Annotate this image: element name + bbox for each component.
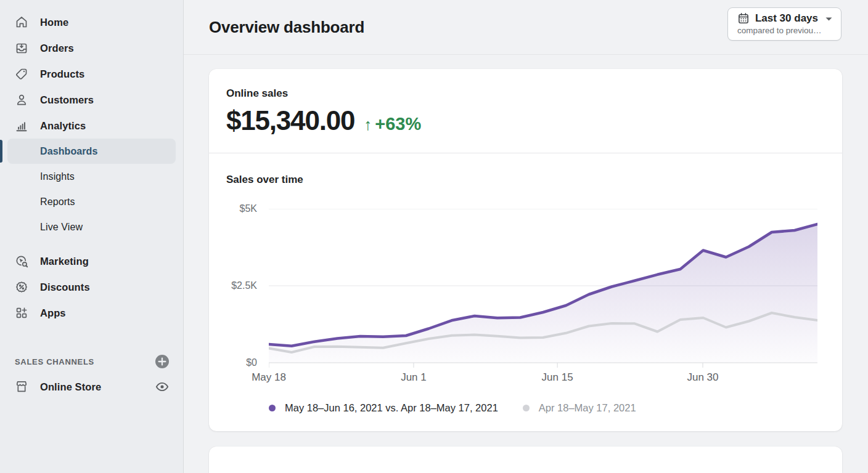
date-range-compare-label: compared to previou… — [737, 26, 832, 35]
sidebar-item-label: Live View — [40, 222, 83, 233]
chart-plot: May 18 Jun 1 Jun 15 Jun 30 — [269, 209, 817, 387]
arrow-up-icon: ↑ — [364, 115, 372, 134]
metric-change: ↑ +63% — [364, 114, 421, 134]
sidebar-item-online-store[interactable]: Online Store — [15, 374, 170, 400]
metric-title: Online sales — [226, 87, 825, 100]
legend-label: May 18–Jun 16, 2021 vs. Apr 18–May 17, 2… — [285, 402, 498, 414]
metric-value: $15,340.00 — [226, 105, 354, 136]
sidebar-item-label: Online Store — [40, 381, 143, 393]
next-card-partial — [209, 447, 842, 473]
chevron-down-icon — [825, 17, 832, 21]
tag-icon — [15, 67, 28, 81]
legend-item-current: May 18–Jun 16, 2021 vs. Apr 18–May 17, 2… — [269, 402, 498, 414]
sales-chart — [269, 209, 817, 368]
view-online-store-button[interactable] — [155, 379, 170, 394]
marketing-icon — [15, 254, 28, 268]
sales-channels-header: SALES CHANNELS — [15, 354, 170, 369]
y-axis: $5K $2.5K $0 — [226, 209, 269, 363]
sidebar-item-label: Dashboards — [40, 146, 97, 157]
x-axis-label: Jun 1 — [401, 371, 427, 384]
sales-channels-title: SALES CHANNELS — [15, 357, 94, 366]
app-window: Home Orders Products — [0, 0, 868, 473]
page-title: Overview dashboard — [209, 18, 364, 37]
legend-dot — [523, 405, 530, 411]
sidebar-item-home[interactable]: Home — [7, 9, 176, 35]
sidebar-item-apps[interactable]: Apps — [7, 300, 176, 326]
legend-dot — [269, 405, 276, 411]
orders-icon — [15, 41, 28, 55]
sidebar-item-discounts[interactable]: Discounts — [7, 274, 176, 300]
chart-title: Sales over time — [226, 174, 817, 186]
eye-icon — [155, 379, 170, 394]
main-area: Overview dashboard Last 30 days c — [184, 0, 868, 473]
sidebar-item-insights[interactable]: Insights — [7, 164, 176, 189]
plus-circle-icon — [155, 354, 170, 369]
analytics-icon — [15, 119, 28, 132]
dashboard-content: Online sales $15,340.00 ↑ +63% Sales ove… — [184, 55, 868, 473]
sidebar-item-label: Insights — [40, 171, 75, 182]
sidebar-item-analytics[interactable]: Analytics — [7, 113, 176, 139]
legend-label: Apr 18–May 17, 2021 — [539, 402, 636, 414]
y-axis-label: $5K — [240, 203, 257, 214]
storefront-icon — [15, 380, 28, 394]
discounts-icon — [15, 280, 28, 294]
sidebar-item-label: Products — [40, 68, 84, 80]
date-range-picker[interactable]: Last 30 days compared to previou… — [727, 7, 841, 41]
chart-wrapper: $5K $2.5K $0 May 18 Jun 1 Jun 15 Jun 30 — [226, 209, 817, 387]
sidebar-item-label: Orders — [40, 42, 74, 54]
legend-item-previous: Apr 18–May 17, 2021 — [523, 402, 636, 414]
sidebar-item-label: Apps — [40, 307, 66, 319]
metric-change-percent: +63% — [375, 114, 421, 134]
sidebar-item-label: Customers — [40, 94, 94, 106]
date-range-label: Last 30 days — [755, 12, 818, 25]
sidebar-item-reports[interactable]: Reports — [7, 189, 176, 214]
sidebar-item-label: Analytics — [40, 120, 86, 132]
x-axis-label: May 18 — [252, 371, 286, 384]
online-sales-card: Online sales $15,340.00 ↑ +63% Sales ove… — [209, 69, 842, 431]
sidebar: Home Orders Products — [0, 0, 184, 473]
sidebar-item-live-view[interactable]: Live View — [7, 214, 176, 240]
sidebar-item-label: Home — [40, 17, 68, 28]
sales-over-time-section: Sales over time $5K $2.5K $0 May 18 Jun … — [209, 153, 842, 431]
chart-legend: May 18–Jun 16, 2021 vs. Apr 18–May 17, 2… — [269, 402, 817, 414]
home-icon — [15, 15, 28, 29]
sidebar-item-orders[interactable]: Orders — [7, 35, 176, 61]
sidebar-gap — [0, 240, 183, 248]
sidebar-item-products[interactable]: Products — [7, 61, 176, 87]
x-axis-label: Jun 15 — [542, 371, 573, 384]
online-sales-section: Online sales $15,340.00 ↑ +63% — [209, 69, 842, 153]
sidebar-item-label: Marketing — [40, 256, 89, 267]
y-axis-label: $2.5K — [231, 280, 257, 291]
sidebar-item-marketing[interactable]: Marketing — [7, 248, 176, 274]
customers-icon — [15, 93, 28, 107]
sidebar-item-label: Discounts — [40, 281, 90, 293]
sidebar-item-label: Reports — [40, 196, 75, 208]
metric-value-row: $15,340.00 ↑ +63% — [226, 105, 825, 136]
x-axis-label: Jun 30 — [687, 371, 718, 384]
y-axis-label: $0 — [246, 357, 257, 368]
sidebar-item-customers[interactable]: Customers — [7, 87, 176, 113]
apps-icon — [15, 306, 28, 320]
x-axis: May 18 Jun 1 Jun 15 Jun 30 — [269, 371, 817, 387]
calendar-icon — [737, 12, 750, 25]
sidebar-item-dashboards[interactable]: Dashboards — [7, 139, 176, 164]
add-sales-channel-button[interactable] — [155, 354, 170, 369]
